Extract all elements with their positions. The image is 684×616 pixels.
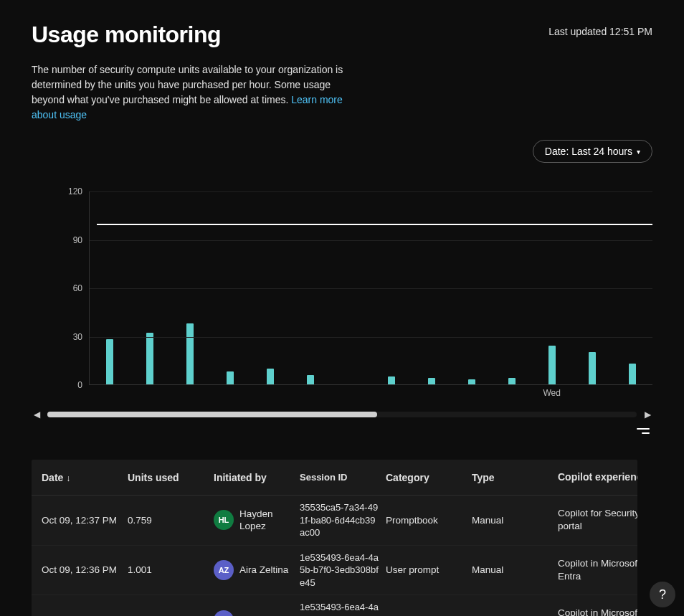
- col-header-session[interactable]: Session ID: [300, 465, 386, 490]
- avatar: AZ: [214, 610, 234, 616]
- cell-session-id: 1e535493-6ea4-4a5b-b7f0-3edb308bfe45: [300, 595, 386, 616]
- avatar: HL: [214, 510, 234, 530]
- sort-desc-icon: ↓: [66, 473, 70, 483]
- col-header-date[interactable]: Date↓: [42, 472, 128, 483]
- cell-experience: Copilot for Security portal: [558, 507, 637, 533]
- cell-session-id: 1e535493-6ea4-4a5b-b7f0-3edb308bfe45: [300, 546, 386, 595]
- page-title: Usage monitoring: [32, 22, 221, 48]
- table-row[interactable]: Oct 09, 12:37 PM0.759HLHayden Lopez35535…: [32, 496, 637, 546]
- cell-units: 0.759: [128, 515, 214, 526]
- page-description: The number of security compute units ava…: [32, 62, 361, 123]
- threshold-line: [97, 224, 652, 225]
- chart-scrollbar-thumb[interactable]: [47, 412, 377, 417]
- cell-initiated-by: AZAira Zeltina: [214, 560, 300, 580]
- usage-bar[interactable]: [186, 323, 194, 385]
- y-tick: 0: [77, 380, 82, 390]
- col-header-type[interactable]: Type: [472, 472, 558, 483]
- y-tick: 60: [73, 283, 82, 293]
- col-header-units[interactable]: Units used: [128, 472, 214, 483]
- col-header-initiated[interactable]: Initiated by: [214, 472, 300, 483]
- cell-category: User prompt: [386, 564, 472, 575]
- cell-type: Manual: [472, 515, 558, 526]
- cell-date: Oct 09, 12:37 PM: [42, 515, 128, 526]
- y-tick: 30: [73, 332, 82, 342]
- usage-bar[interactable]: [106, 339, 113, 384]
- col-header-experience[interactable]: Copilot experience: [558, 470, 637, 484]
- cell-date: Oct 09, 12:36 PM: [42, 564, 128, 575]
- x-tick-label: Wed: [543, 388, 560, 398]
- usage-bar[interactable]: [227, 371, 234, 384]
- cell-units: 1.001: [128, 564, 214, 575]
- date-filter[interactable]: Date: Last 24 hours ▾: [533, 140, 652, 163]
- date-filter-label: Date: Last 24 hours: [545, 146, 632, 157]
- cell-experience: Copilot in Microsoft Entra: [558, 557, 637, 583]
- cell-initiated-by: AZAira Zeltina: [214, 610, 300, 616]
- scroll-right-icon[interactable]: ▶: [642, 409, 652, 420]
- usage-bar[interactable]: [468, 379, 475, 384]
- chevron-down-icon: ▾: [637, 148, 640, 156]
- usage-bar[interactable]: [589, 352, 596, 384]
- avatar: AZ: [214, 560, 234, 580]
- usage-bar[interactable]: [267, 369, 274, 385]
- table-row[interactable]: Oct 09, 12:27 PM0.607AZAira Zeltina1e535…: [32, 595, 637, 616]
- chart-scrollbar[interactable]: [47, 412, 637, 417]
- y-tick: 120: [68, 186, 82, 196]
- user-name: Aira Zeltina: [239, 564, 288, 577]
- usage-bar[interactable]: [388, 376, 395, 384]
- chart-settings-icon[interactable]: [637, 427, 650, 435]
- usage-chart: 0306090120 Wed ◀ ▶: [32, 191, 652, 435]
- table-row[interactable]: Oct 09, 12:36 PM1.001AZAira Zeltina1e535…: [32, 546, 637, 596]
- scroll-left-icon[interactable]: ◀: [32, 409, 42, 420]
- usage-bar[interactable]: [307, 375, 314, 385]
- table-header: Date↓ Units used Initiated by Session ID…: [32, 460, 637, 496]
- usage-bar[interactable]: [508, 378, 516, 384]
- last-updated: Last updated 12:51 PM: [548, 26, 652, 37]
- col-header-category[interactable]: Category: [386, 472, 472, 483]
- cell-initiated-by: HLHayden Lopez: [214, 508, 300, 533]
- help-button[interactable]: ?: [650, 582, 675, 607]
- usage-bar[interactable]: [146, 333, 153, 384]
- y-tick: 90: [73, 235, 82, 245]
- cell-session-id: 35535ca5-7a34-491f-ba80-6d44cb39ac00: [300, 496, 386, 545]
- cell-category: Promptbook: [386, 515, 472, 526]
- usage-bar[interactable]: [428, 378, 435, 384]
- usage-table: Date↓ Units used Initiated by Session ID…: [32, 460, 637, 616]
- usage-bar[interactable]: [629, 364, 636, 384]
- user-name: Hayden Lopez: [239, 508, 300, 533]
- usage-bar[interactable]: [548, 346, 556, 384]
- cell-experience: Copilot in Microsoft Entra: [558, 607, 637, 616]
- cell-type: Manual: [472, 564, 558, 575]
